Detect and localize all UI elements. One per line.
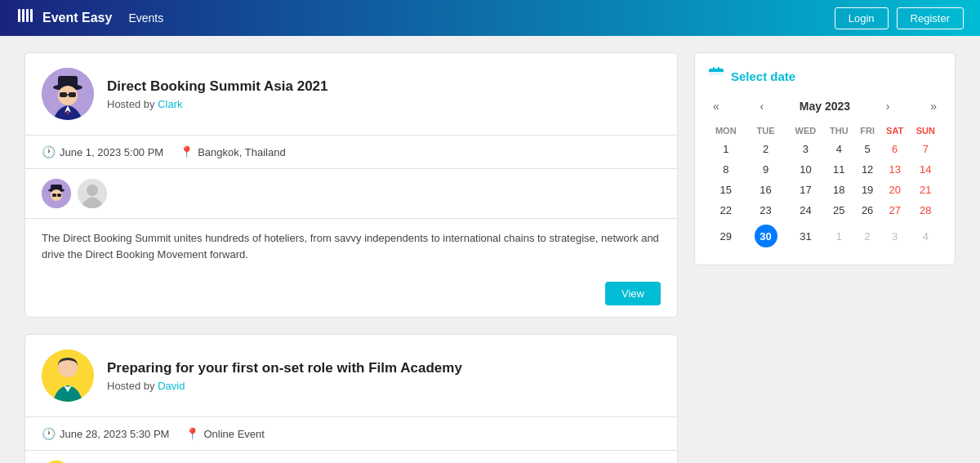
calendar-day-0-3[interactable]: 4: [823, 139, 854, 159]
calendar-day-1-1[interactable]: 9: [743, 159, 787, 180]
logo-icon: [16, 7, 34, 29]
cal-next-next-btn[interactable]: »: [925, 98, 942, 114]
day-header-fri: FRI: [854, 122, 880, 139]
event-title-2: Preparing for your first on-set role wit…: [107, 360, 661, 376]
clock-icon-2: 🕐: [42, 427, 56, 440]
calendar-day-3-2[interactable]: 24: [788, 200, 823, 220]
location-icon-2: 📍: [185, 427, 199, 440]
calendar-day-4-2[interactable]: 31: [788, 220, 823, 252]
calendar-day-2-0[interactable]: 15: [708, 180, 743, 200]
calendar-day-4-3[interactable]: 1: [823, 220, 854, 252]
calendar-day-4-5[interactable]: 3: [880, 220, 910, 252]
header-right: Login Register: [835, 7, 964, 29]
calendar-day-1-4[interactable]: 12: [854, 159, 880, 180]
day-header-wed: WED: [788, 122, 823, 139]
calendar-day-4-1[interactable]: 30: [743, 220, 787, 252]
svg-rect-26: [713, 67, 715, 70]
event-card-2: Preparing for your first on-set role wit…: [24, 334, 678, 463]
event-attendees-1: [25, 169, 677, 219]
attendee-avatar-1: [42, 179, 71, 208]
register-button[interactable]: Register: [897, 7, 964, 29]
calendar-card: Select date « ‹ May 2023 › » MON TUE WED…: [694, 52, 956, 265]
calendar-nav: « ‹ May 2023 › »: [708, 98, 942, 114]
event-avatar-1: [42, 68, 94, 120]
day-header-tue: TUE: [743, 122, 787, 139]
event-date-2: 🕐 June 28, 2023 5:30 PM: [42, 427, 169, 440]
events-column: Direct Booking Summit Asia 2021 Hosted b…: [24, 52, 678, 463]
calendar-day-2-5[interactable]: 20: [880, 180, 910, 200]
event-info-2: Preparing for your first on-set role wit…: [107, 360, 661, 392]
logo-area: Event Easy: [16, 7, 112, 29]
calendar-day-0-5[interactable]: 6: [880, 139, 910, 159]
svg-rect-16: [57, 194, 61, 197]
location-icon: 📍: [180, 145, 194, 158]
event-hosted-1: Hosted by Clark: [107, 98, 661, 110]
calendar-day-1-6[interactable]: 14: [910, 159, 942, 180]
calendar-day-0-0[interactable]: 1: [708, 139, 743, 159]
cal-prev-prev-btn[interactable]: «: [708, 98, 724, 114]
calendar-day-2-2[interactable]: 17: [788, 180, 823, 200]
day-header-thu: THU: [823, 122, 854, 139]
select-date-label: Select date: [731, 69, 795, 83]
calendar-day-4-4[interactable]: 2: [854, 220, 880, 252]
svg-rect-1: [22, 9, 24, 22]
main-container: Direct Booking Summit Asia 2021 Hosted b…: [0, 36, 980, 463]
calendar-day-3-6[interactable]: 28: [910, 200, 942, 220]
calendar-day-2-6[interactable]: 21: [910, 180, 942, 200]
calendar-day-2-4[interactable]: 19: [854, 180, 880, 200]
calendar-day-1-0[interactable]: 8: [708, 159, 743, 180]
calendar-day-1-2[interactable]: 10: [788, 159, 823, 180]
event-info-1: Direct Booking Summit Asia 2021 Hosted b…: [107, 78, 661, 110]
svg-rect-8: [60, 92, 67, 97]
app-name: Event Easy: [42, 11, 112, 25]
svg-rect-25: [709, 72, 724, 75]
calendar-day-4-6[interactable]: 4: [910, 220, 942, 252]
calendar-week-1: 1234567: [708, 139, 942, 159]
calendar-week-3: 15161718192021: [708, 180, 942, 200]
login-button[interactable]: Login: [835, 7, 889, 29]
svg-rect-0: [18, 9, 20, 22]
calendar-day-1-5[interactable]: 13: [880, 159, 910, 180]
calendar-day-3-1[interactable]: 23: [743, 200, 787, 220]
clock-icon: 🕐: [42, 145, 56, 158]
event-avatar-2: [42, 349, 94, 402]
event-header-2: Preparing for your first on-set role wit…: [25, 335, 677, 417]
calendar-column: Select date « ‹ May 2023 › » MON TUE WED…: [694, 52, 956, 463]
cal-next-btn[interactable]: ›: [881, 98, 895, 114]
event-meta-1: 🕐 June 1, 2023 5:00 PM 📍 Bangkok, Thaila…: [25, 136, 677, 169]
calendar-day-2-1[interactable]: 16: [743, 180, 787, 200]
event-location-2: 📍 Online Event: [185, 427, 264, 440]
svg-rect-2: [26, 9, 29, 22]
calendar-title: Select date: [708, 66, 942, 87]
host-link-1[interactable]: Clark: [158, 98, 182, 110]
calendar-day-3-5[interactable]: 27: [880, 200, 910, 220]
calendar-day-4-0[interactable]: 29: [708, 220, 743, 252]
nav-events-link[interactable]: Events: [128, 11, 163, 24]
event-date-1: 🕐 June 1, 2023 5:00 PM: [42, 145, 163, 158]
calendar-week-4: 22232425262728: [708, 200, 942, 220]
calendar-day-1-3[interactable]: 11: [823, 159, 854, 180]
calendar-day-2-3[interactable]: 18: [823, 180, 854, 200]
calendar-day-3-0[interactable]: 22: [708, 200, 743, 220]
calendar-day-0-2[interactable]: 3: [788, 139, 823, 159]
calendar-day-3-4[interactable]: 26: [854, 200, 880, 220]
calendar-day-headers: MON TUE WED THU FRI SAT SUN: [708, 122, 942, 139]
calendar-day-0-1[interactable]: 2: [743, 139, 787, 159]
calendar-icon: [708, 66, 724, 87]
svg-rect-3: [30, 9, 33, 22]
cal-prev-btn[interactable]: ‹: [755, 98, 768, 114]
event-hosted-2: Hosted by David: [107, 380, 661, 392]
calendar-week-2: 891011121314: [708, 159, 942, 180]
calendar-week-5: 2930311234: [708, 220, 942, 252]
svg-rect-9: [69, 92, 76, 97]
calendar-day-3-3[interactable]: 25: [823, 200, 854, 220]
event-card-1: Direct Booking Summit Asia 2021 Hosted b…: [24, 52, 678, 318]
calendar-body: 1234567891011121314151617181920212223242…: [708, 139, 942, 252]
event-actions-1: View: [25, 274, 677, 317]
calendar-day-0-6[interactable]: 7: [910, 139, 942, 159]
event-meta-2: 🕐 June 28, 2023 5:30 PM 📍 Online Event: [25, 417, 677, 451]
view-button-1[interactable]: View: [605, 282, 661, 305]
calendar-grid: MON TUE WED THU FRI SAT SUN 123456789101…: [708, 122, 942, 252]
calendar-day-0-4[interactable]: 5: [854, 139, 880, 159]
host-link-2[interactable]: David: [158, 380, 185, 392]
